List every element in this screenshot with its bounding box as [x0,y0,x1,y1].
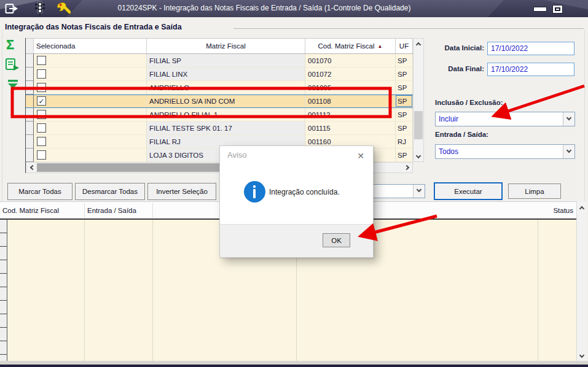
results-gutter [0,220,7,361]
dialog-footer: OK [220,224,373,257]
cell-matriz-fiscal: FILIAL TESTE SPK 01. 17 [147,122,305,135]
row-gutter [26,108,34,122]
marcar-todas-button[interactable]: Marcar Todas [7,183,73,200]
wrench-icon[interactable] [55,2,71,15]
results-vertical-scrollbar[interactable] [576,201,586,361]
executar-button[interactable]: Executar [434,182,503,200]
cell-cod-matriz-fiscal: 001115 [305,122,396,135]
results-col-cod[interactable]: Cod. Matriz Fiscal [2,207,59,214]
exit-icon[interactable] [4,2,20,15]
scroll-thumb[interactable] [414,111,423,139]
close-icon[interactable]: ✕ [353,149,368,163]
window-title: 012024SPK - Integração das Notas Fiscais… [92,4,436,12]
aviso-dialog: Aviso ✕ Integração concluída. OK [219,145,374,258]
bottom-edge [0,365,588,367]
section-title: Integração das Notas Fiscais de Entrada … [5,23,182,31]
grid-corner-cell [26,39,34,53]
row-checkbox[interactable] [37,150,46,160]
row-gutter [26,122,34,135]
row-checkbox[interactable] [37,69,46,79]
cell-matriz-fiscal: FILIAL LINX [147,68,305,81]
scroll-up-button[interactable] [577,203,587,212]
sort-asc-icon: ▲ [378,44,383,49]
cell-matriz-fiscal: FILIAL SP [147,54,305,68]
cell-uf: RJ [396,135,413,149]
column-header-cod-matriz-fiscal[interactable]: Cod. Matriz Fiscal ▲ [305,39,396,53]
column-header-uf[interactable]: UF [396,39,413,53]
export-icon[interactable] [5,58,21,75]
cell-matriz-fiscal: ANDRIELLO [147,81,305,95]
row-gutter [26,81,34,95]
minimize-button[interactable] [533,7,547,12]
row-checkbox[interactable] [37,123,46,133]
titlebar: 012024SPK - Integração das Notas Fiscais… [0,0,588,17]
section-rule [233,28,584,29]
data-final-label: Data Final: [424,65,484,72]
row-gutter [26,149,34,162]
sum-icon[interactable]: Σ [6,37,14,53]
cell-uf: SP [396,81,413,95]
row-checkbox[interactable]: ✓ [37,96,46,106]
info-icon [244,181,265,203]
titlebar-highlight-right [514,0,588,17]
chevron-down-icon[interactable] [563,112,574,126]
row-checkbox[interactable] [37,56,46,65]
cell-uf: SP [396,95,413,107]
cell-cod-matriz-fiscal: 001072 [305,68,396,81]
row-gutter [26,135,34,149]
cell-cod-matriz-fiscal: 001070 [305,54,396,68]
row-gutter [26,54,34,68]
desmarcar-todas-button[interactable]: Desmarcar Todas [75,183,145,200]
results-col-entrada-saida[interactable]: Entrada / Saída [87,207,136,214]
entrada-saida-select[interactable]: Todos [435,144,575,159]
scroll-left-button[interactable] [26,163,36,172]
scroll-down-button[interactable] [414,152,423,161]
traffic-light-icon[interactable] [32,2,48,15]
entrada-saida-label: Entrada / Saída: [435,131,488,138]
row-checkbox[interactable] [37,110,46,119]
table-row[interactable]: ✓ ANDRIELLO S/A IND COM 001108 SP [26,95,413,108]
data-inicial-label: Data Inicial: [424,44,484,52]
cell-matriz-fiscal: ANDRIELLO S/A IND COM [147,95,305,107]
table-row[interactable]: ANDRIELLO 001095 SP [26,81,413,95]
row-checkbox[interactable] [37,137,46,146]
table-row[interactable]: ANDRIELLO FILIAL 1 001112 SP [26,108,413,122]
ok-button[interactable]: OK [323,233,350,247]
table-row[interactable]: FILIAL LINX 001072 SP [26,68,413,81]
cell-uf: SP [396,108,413,122]
data-final-field[interactable]: 17/10/2022 [487,63,574,76]
chevron-down-icon[interactable] [413,185,425,198]
data-inicial-field[interactable]: 17/10/2022 [487,42,574,55]
row-gutter [26,95,34,107]
row-gutter [26,68,34,81]
chevron-down-icon[interactable] [563,145,574,158]
cell-uf: SP [396,122,413,135]
annotation-arrow-incluir [495,86,584,115]
cell-uf: SP [396,68,413,81]
results-col-status[interactable]: Status [513,207,573,214]
scroll-down-button[interactable] [577,351,587,361]
table-row[interactable]: FILIAL SP 001070 SP [26,54,413,68]
column-header-selecionada[interactable]: Selecionada [34,39,147,53]
column-header-matriz-fiscal[interactable]: Matriz Fiscal [147,39,305,53]
grid-vertical-scrollbar[interactable] [413,38,424,162]
cell-cod-matriz-fiscal: 001095 [305,81,396,95]
inclusao-exclusao-label: Inclusão / Exclusão: [435,99,503,106]
dialog-title: Aviso [227,150,247,160]
cell-cod-matriz-fiscal: 001108 [305,95,396,107]
maximize-button[interactable] [552,5,563,14]
filter-icon[interactable] [6,79,20,93]
table-row[interactable]: FILIAL TESTE SPK 01. 17 001115 SP [26,122,413,135]
limpa-button[interactable]: Limpa [508,184,561,199]
cell-matriz-fiscal: ANDRIELLO FILIAL 1 [147,108,305,122]
row-checkbox[interactable] [37,83,46,92]
grid-header: Selecionada Matriz Fiscal Cod. Matriz Fi… [26,38,413,54]
dialog-message: Integração concluída. [269,188,340,196]
scroll-right-button[interactable] [402,163,412,172]
cell-uf: SP [396,149,413,162]
scroll-up-button[interactable] [414,39,423,48]
cell-uf: SP [396,54,413,68]
inclusao-exclusao-select[interactable]: Incluir [435,112,575,126]
inverter-selecao-button[interactable]: Inverter Seleção [147,183,216,200]
cell-cod-matriz-fiscal: 001112 [305,108,396,122]
